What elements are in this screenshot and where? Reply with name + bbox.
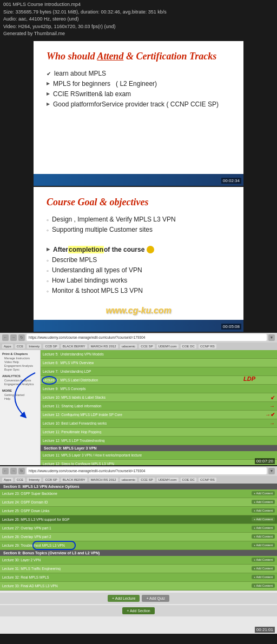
bookmarks-bar-1: Apps CCE Interety CCB SP BLACK BERRY MAR…: [0, 343, 277, 350]
browser-body-1: Print & Chapters Manage Instructors Vide…: [0, 350, 277, 465]
reload-button[interactable]: ↻: [18, 334, 25, 341]
add-content-btn[interactable]: + Add Content: [252, 566, 275, 571]
add-content-btn[interactable]: + Add Content: [252, 534, 275, 539]
bookmark-apps[interactable]: Apps: [2, 344, 13, 348]
bk-ccbsp-2[interactable]: CCB SP: [43, 478, 58, 482]
red-arrow-2: →: [269, 403, 275, 409]
table-row[interactable]: Lecture 28: Overlap VPN part 2 + Add Con…: [0, 533, 277, 541]
bk-march-2[interactable]: MARCH RS 2012: [89, 478, 118, 482]
table-row[interactable]: Lecture 11: Penultimate Hop Popping: [41, 428, 277, 437]
table-row[interactable]: Lecture 12: MPLS LDP Troubleshooting: [41, 437, 277, 445]
table-row[interactable]: Lecture 23: OSPF Super Backbone + Add Co…: [0, 489, 277, 498]
bookmark-udacemic[interactable]: udacemic: [120, 344, 137, 348]
bookmark-coedc[interactable]: COE DC: [181, 344, 196, 348]
bk-ccesp-2[interactable]: CCE SP: [139, 478, 154, 482]
forward-button-2[interactable]: →: [10, 468, 17, 474]
table-row[interactable]: Lecture 5: Understanding VPN Models: [41, 350, 277, 359]
bk-udemy-2[interactable]: UDEMY.com: [157, 478, 179, 482]
bookmark-ccbsp[interactable]: CCB SP: [43, 344, 58, 348]
bullet-s6: How Label bindings works: [47, 277, 230, 284]
table-row[interactable]: Lecture 10: MPLS labels & Label Stacks ↙: [41, 393, 277, 402]
extensions-btn[interactable]: ▼: [268, 334, 275, 341]
back-button-2[interactable]: ←: [2, 468, 9, 474]
table-row[interactable]: Lecture 9: MPLS Concepts: [41, 385, 277, 393]
add-content-btn[interactable]: + Add Content: [252, 491, 275, 495]
slide-2-footer: [34, 320, 243, 332]
bullet-s7: Monitor & tshoot MPLS L3 VPN: [47, 287, 230, 294]
slide-1-bullets: learn about MPLS MPLS for beginners ( L2…: [47, 70, 230, 108]
lecture-row-troubleshoot[interactable]: Lecture 29: Troubleshoot MPLS L3 VPN + A…: [0, 541, 277, 550]
bullet-s3: After completion of the course: [47, 246, 230, 253]
forward-button[interactable]: →: [10, 334, 17, 341]
generated-line: Generated by Thumbnail.me: [3, 30, 274, 38]
bullet-s1: Design , Implement & Verify MPLS L3 VPN: [47, 216, 230, 223]
browser-toolbar-2: ← → ↻ https://www.udemy.com/course-manag…: [0, 466, 277, 476]
top-info-bar: 001 MPLS Course Introduction.mp4 Size: 3…: [0, 0, 277, 39]
add-content-btn[interactable]: + Add Content: [252, 508, 275, 513]
bullet-s4: Describe MPLS: [47, 256, 230, 264]
bullet-3: CCIE RS written & lab exam: [47, 90, 230, 98]
table-row[interactable]: Lecture 27: Overlap VPN part 1 + Add Con…: [0, 524, 277, 533]
bullet-4: Good platform for Service provider track…: [47, 100, 230, 108]
table-row[interactable]: Lecture 24: OSPF Domain ID + Add Content: [0, 498, 277, 507]
browser-body-2: Section 0: MPLS L3 VPN Advance Options L…: [0, 484, 277, 619]
table-row[interactable]: Lecture 31: MPLS Traffic Engineering + A…: [0, 565, 277, 573]
bk-blackberry-2[interactable]: BLACK BERRY: [61, 478, 87, 482]
url-bar-2[interactable]: https://www.udemy.com/course-manage/edit…: [27, 467, 267, 474]
add-content-btn[interactable]: + Add Content: [252, 575, 275, 579]
bullet-2: MPLS for beginners ( L2 Engineer): [47, 80, 230, 88]
bk-apps-2[interactable]: Apps: [2, 478, 13, 482]
table-row[interactable]: Lecture 11: Sharing Label information →: [41, 402, 277, 411]
bookmark-interety[interactable]: Interety: [27, 344, 41, 348]
table-row[interactable]: Lecture 6: MPLS VPN Overview: [41, 359, 277, 367]
table-row[interactable]: Lecture 30: Layer 2 VPN + Add Content: [0, 556, 277, 565]
reload-button-2[interactable]: ↻: [18, 468, 25, 474]
table-row[interactable]: Lecture 10: Best Label Forwarding works …: [41, 419, 277, 428]
sidebar-group-3: MORE Getting Started Help: [2, 389, 38, 400]
add-lecture-button[interactable]: + Add Lecture: [108, 595, 140, 602]
add-section-button[interactable]: + Add Section: [122, 607, 154, 614]
add-content-btn[interactable]: + Add Content: [252, 526, 275, 530]
lecture-row-bgp[interactable]: Lecture 26: MPLS L3 VPN support for BGP …: [0, 515, 277, 524]
back-button[interactable]: ←: [2, 334, 9, 341]
bk-ccnprs-2[interactable]: CCNP RS: [199, 478, 216, 482]
add-quiz-button[interactable]: + Add Quiz: [142, 595, 169, 602]
table-row[interactable]: Lecture 12: Configuring MPLS LDP Inside …: [41, 411, 277, 419]
table-row[interactable]: Lecture 32: Real MPLS MPLS + Add Content: [0, 573, 277, 582]
table-row[interactable]: Lecture 25: OSPF Down Links + Add Conten…: [0, 507, 277, 515]
table-row[interactable]: Lecture 11: MPLS Layer 3 VPN / How it wo…: [41, 451, 277, 460]
section-header-bonus: Section 8: Bonus Topics (Overview of L3 …: [0, 550, 277, 556]
browser-2-timestamp: 00:21:01: [255, 627, 275, 633]
bookmark-udemy[interactable]: UDEMY.com: [157, 344, 179, 348]
filename-line: 001 MPLS Course Introduction.mp4: [3, 1, 274, 9]
bk-udacemic-2[interactable]: udacemic: [120, 478, 137, 482]
bullet-s5: Understanding all types of VPN: [47, 266, 230, 274]
table-row[interactable]: Lecture 12: Steps to Configure MPLS L3 V…: [41, 460, 277, 465]
red-arrow-3: →✔: [265, 412, 275, 418]
table-row[interactable]: Lecture 7: Understanding LDP: [41, 367, 277, 376]
add-content-btn[interactable]: + Add Content: [252, 500, 275, 504]
bookmark-ccesp[interactable]: CCE SP: [139, 344, 154, 348]
bookmark-ccnprs[interactable]: CCNP RS: [199, 344, 216, 348]
url-bar-1[interactable]: https://www.udemy.com/course-manage/edit…: [27, 334, 267, 341]
bookmark-blackberry[interactable]: BLACK BERRY: [61, 344, 87, 348]
bottom-toolbar: + Add Lecture + Add Quiz: [0, 593, 277, 604]
bottom-toolbar-2: + Add Section: [0, 605, 277, 616]
add-content-btn[interactable]: + Add Content: [252, 517, 275, 521]
bookmark-march[interactable]: MARCH RS 2012: [89, 344, 118, 348]
bookmark-cce[interactable]: CCE: [15, 344, 25, 348]
add-content-btn[interactable]: + Add Content: [252, 583, 275, 588]
table-row[interactable]: Lecture 33: Final AD MPLS L3 VPN + Add C…: [0, 582, 277, 591]
add-content-btn[interactable]: + Add Content: [252, 543, 275, 547]
lecture-row-ldp[interactable]: Lecture 8: MPLS Label Distribution LDP: [41, 376, 277, 385]
add-content-btn[interactable]: + Add Content: [252, 558, 275, 562]
main-content-1: Lecture 5: Understanding VPN Models Lect…: [41, 350, 277, 465]
bk-coedc-2[interactable]: COE DC: [181, 478, 196, 482]
bk-interety-2[interactable]: Interety: [27, 478, 41, 482]
sidebar-group-2: ANALYTICS Conversion Analysis Engagement…: [2, 374, 38, 386]
bk-cce-2[interactable]: CCE: [15, 478, 25, 482]
audio-line: Audio: aac, 44100 Hz, stereo (und): [3, 16, 274, 23]
sidebar-group-1: Print & Chapters Manage Instructors Vide…: [2, 352, 38, 371]
bookmarks-bar-2: Apps CCE Interety CCB SP BLACK BERRY MAR…: [0, 476, 277, 484]
extensions-btn-2[interactable]: ▼: [268, 468, 275, 474]
